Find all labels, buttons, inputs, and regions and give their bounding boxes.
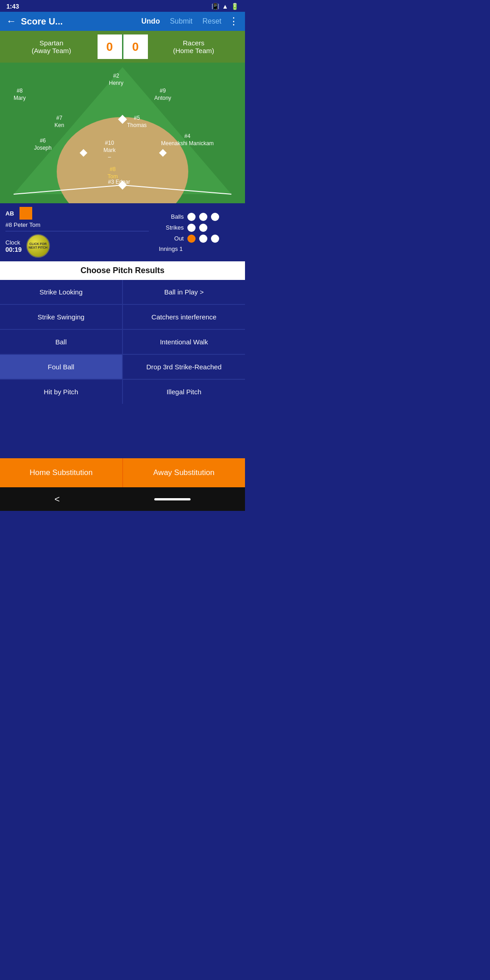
player-thomas: #5Thomas bbox=[127, 115, 147, 129]
ball-button[interactable]: Ball bbox=[0, 330, 122, 354]
away-team-name: Spartan(Away Team) bbox=[5, 39, 98, 54]
stats-panel: Balls Strikes Out Innings 1 bbox=[154, 203, 245, 261]
innings-label: Innings 1 bbox=[159, 245, 183, 252]
strike-1 bbox=[187, 224, 196, 232]
pitch-grid: Strike Looking Ball in Play > Strike Swi… bbox=[0, 280, 245, 404]
player-antony: #9Antony bbox=[154, 88, 171, 102]
scoreboard: Spartan(Away Team) 0 0 Racers(Home Team) bbox=[0, 31, 245, 63]
status-time: 1:43 bbox=[6, 3, 19, 10]
player-henry: #2Henry bbox=[109, 73, 123, 87]
strikes-row: Strikes bbox=[159, 224, 240, 232]
pitch-results-title: Choose Pitch Results bbox=[0, 261, 245, 280]
batter-panel: AB #8 Peter Tom Clock 00:19 CLICK FORNEX… bbox=[0, 203, 154, 261]
out-1 bbox=[187, 235, 196, 243]
away-score: 0 bbox=[98, 34, 122, 59]
divider bbox=[5, 231, 149, 231]
player-mary: #8Mary bbox=[14, 88, 26, 102]
player-edgar: #3 Edgar bbox=[108, 179, 130, 186]
intentional-walk-button[interactable]: Intentional Walk bbox=[123, 330, 245, 354]
away-substitution-button[interactable]: Away Substitution bbox=[123, 458, 245, 487]
more-options-button[interactable]: ⋮ bbox=[229, 15, 239, 27]
player-ken: #7Ken bbox=[54, 115, 64, 129]
foul-ball-button[interactable]: Foul Ball bbox=[0, 355, 122, 379]
clock-info: Clock 00:19 bbox=[5, 239, 22, 253]
home-score: 0 bbox=[123, 34, 148, 59]
undo-button[interactable]: Undo bbox=[139, 15, 163, 27]
substitution-row: Home Substitution Away Substitution bbox=[0, 458, 245, 487]
clock-time: 00:19 bbox=[5, 246, 22, 253]
batter-name: #8 Peter Tom bbox=[5, 221, 149, 228]
catchers-interference-button[interactable]: Catchers interference bbox=[123, 305, 245, 329]
out-row: Out bbox=[159, 235, 240, 243]
player-mark: #10Mark– bbox=[103, 140, 116, 161]
nav-home-indicator[interactable] bbox=[154, 498, 191, 500]
status-bar: 1:43 📳 ▲ 🔋 bbox=[0, 0, 245, 12]
wifi-icon: ▲ bbox=[222, 3, 228, 10]
ball-3 bbox=[211, 213, 219, 221]
balls-label: Balls bbox=[159, 213, 184, 220]
ab-label: AB bbox=[5, 210, 14, 217]
player-tom: #8Tom bbox=[108, 166, 118, 180]
toolbar: ← Score U... Undo Submit Reset ⋮ bbox=[0, 12, 245, 31]
out-2 bbox=[199, 235, 207, 243]
batter-stats-row: AB #8 Peter Tom Clock 00:19 CLICK FORNEX… bbox=[0, 203, 245, 261]
strike-looking-button[interactable]: Strike Looking bbox=[0, 280, 122, 304]
strike-2 bbox=[199, 224, 207, 232]
player-meenakshi: #4Meenakshi Manickam bbox=[161, 133, 214, 147]
vibrate-icon: 📳 bbox=[211, 3, 219, 10]
innings-row: Innings 1 bbox=[159, 245, 240, 252]
strikes-label: Strikes bbox=[159, 224, 184, 231]
nav-back-button[interactable]: < bbox=[54, 494, 60, 505]
balls-row: Balls bbox=[159, 213, 240, 221]
home-substitution-button[interactable]: Home Substitution bbox=[0, 458, 123, 487]
next-pitch-button[interactable]: CLICK FORNEXT PITCH bbox=[26, 234, 50, 258]
illegal-pitch-button[interactable]: Illegal Pitch bbox=[123, 380, 245, 404]
empty-space bbox=[0, 404, 245, 458]
back-button[interactable]: ← bbox=[6, 15, 16, 27]
clock-row: Clock 00:19 CLICK FORNEXT PITCH bbox=[5, 234, 149, 258]
clock-label: Clock bbox=[5, 239, 22, 246]
ball-2 bbox=[199, 213, 207, 221]
status-icons: 📳 ▲ 🔋 bbox=[211, 3, 239, 10]
submit-button[interactable]: Submit bbox=[167, 15, 195, 27]
ball-in-play-button[interactable]: Ball in Play > bbox=[123, 280, 245, 304]
ab-indicator bbox=[20, 207, 32, 220]
hit-by-pitch-button[interactable]: Hit by Pitch bbox=[0, 380, 122, 404]
out-label: Out bbox=[159, 235, 184, 242]
player-joseph: #6Joseph bbox=[34, 137, 52, 152]
home-team-name: Racers(Home Team) bbox=[148, 39, 240, 54]
out-3 bbox=[211, 235, 219, 243]
ball-1 bbox=[187, 213, 196, 221]
strike-swinging-button[interactable]: Strike Swinging bbox=[0, 305, 122, 329]
drop-3rd-strike-button[interactable]: Drop 3rd Strike-Reached bbox=[123, 355, 245, 379]
battery-icon: 🔋 bbox=[231, 3, 239, 10]
page-title: Score U... bbox=[21, 16, 134, 27]
reset-button[interactable]: Reset bbox=[200, 15, 224, 27]
nav-bar: < bbox=[0, 487, 245, 511]
field-area: #2Henry #8Mary #9Antony #7Ken #5Thomas #… bbox=[0, 63, 245, 203]
